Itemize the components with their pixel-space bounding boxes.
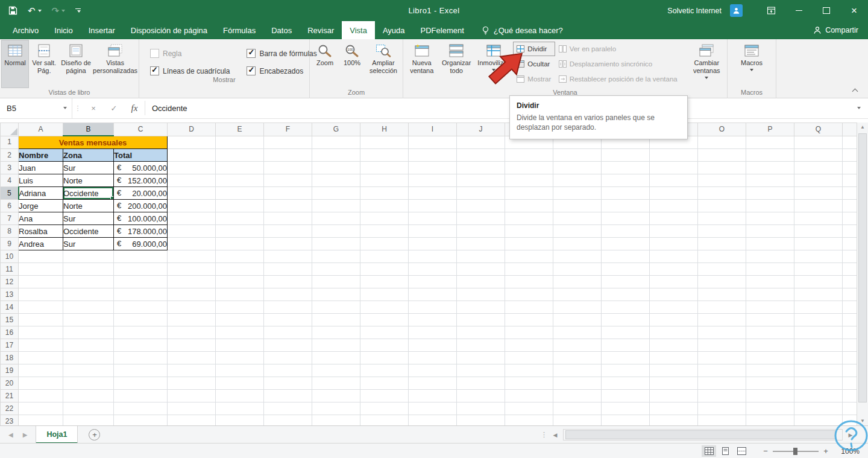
zoom-to-selection-button[interactable]: Ampliar selección xyxy=(365,40,401,88)
cell-H17[interactable] xyxy=(360,339,409,352)
cell-L17[interactable] xyxy=(553,339,602,352)
ribbon-tab-insertar[interactable]: Insertar xyxy=(81,21,123,39)
undo-button[interactable]: ↶ xyxy=(28,6,42,15)
cell-Q11[interactable] xyxy=(794,263,843,276)
cell-D11[interactable] xyxy=(168,263,216,276)
cell-O14[interactable] xyxy=(698,301,746,314)
cell-I15[interactable] xyxy=(409,314,457,326)
cell-G14[interactable] xyxy=(312,301,360,314)
cell-N9[interactable] xyxy=(650,238,698,250)
collapse-ribbon-icon[interactable] xyxy=(852,87,858,94)
cell-J18[interactable] xyxy=(457,352,505,364)
cell-N18[interactable] xyxy=(650,352,698,364)
cell-I1[interactable] xyxy=(409,136,457,149)
cell-F20[interactable] xyxy=(264,377,312,390)
cell-K22[interactable] xyxy=(505,402,553,415)
cell-clipped-13[interactable] xyxy=(843,288,858,301)
cell-D5[interactable] xyxy=(168,187,216,200)
row-header-7[interactable]: 7 xyxy=(1,212,19,225)
cell-A18[interactable] xyxy=(19,352,63,364)
cell-E7[interactable] xyxy=(216,212,264,225)
cell-I8[interactable] xyxy=(409,225,457,238)
cell-clipped-19[interactable] xyxy=(843,364,858,377)
cell-clipped-20[interactable] xyxy=(843,377,858,390)
cell-E4[interactable] xyxy=(216,174,264,187)
cell-E5[interactable] xyxy=(216,187,264,200)
cell-G15[interactable] xyxy=(312,314,360,326)
scroll-left-icon[interactable]: ◀ xyxy=(551,432,559,438)
cell-C16[interactable] xyxy=(114,326,168,339)
cell-F2[interactable] xyxy=(264,149,312,162)
normal-view-shortcut[interactable] xyxy=(702,445,716,457)
cell-B14[interactable] xyxy=(63,301,114,314)
ribbon-tab-datos[interactable]: Datos xyxy=(263,21,300,39)
cell-C10[interactable] xyxy=(114,250,168,263)
cell-P5[interactable] xyxy=(746,187,794,200)
cell-N19[interactable] xyxy=(650,364,698,377)
cell-A9[interactable]: Andrea xyxy=(19,238,63,250)
cell-Q18[interactable] xyxy=(794,352,843,364)
cell-clipped-22[interactable] xyxy=(843,402,858,415)
cell-clipped-10[interactable] xyxy=(843,250,858,263)
cell-L8[interactable] xyxy=(553,225,602,238)
switch-windows-button[interactable]: Cambiar ventanas xyxy=(688,40,726,88)
cell-Q6[interactable] xyxy=(794,200,843,212)
zoom-in-button[interactable]: + xyxy=(821,447,831,456)
cell-B12[interactable] xyxy=(63,276,114,288)
cell-G6[interactable] xyxy=(312,200,360,212)
cell-C9[interactable]: €69.000,00 xyxy=(114,238,168,250)
cell-J9[interactable] xyxy=(457,238,505,250)
cell-D15[interactable] xyxy=(168,314,216,326)
cell-J17[interactable] xyxy=(457,339,505,352)
cell-D12[interactable] xyxy=(168,276,216,288)
cell-C2[interactable]: Total xyxy=(114,149,168,162)
cell-C4[interactable]: €152.000,00 xyxy=(114,174,168,187)
cell-F9[interactable] xyxy=(264,238,312,250)
cell-E9[interactable] xyxy=(216,238,264,250)
cell-J5[interactable] xyxy=(457,187,505,200)
row-header-19[interactable]: 19 xyxy=(1,364,19,377)
col-header-C[interactable]: C xyxy=(114,123,168,136)
cell-clipped-16[interactable] xyxy=(843,326,858,339)
cell-B9[interactable]: Sur xyxy=(63,238,114,250)
cell-O1[interactable] xyxy=(698,136,746,149)
cell-J14[interactable] xyxy=(457,301,505,314)
cell-C3[interactable]: €50.000,00 xyxy=(114,162,168,174)
cell-A21[interactable] xyxy=(19,390,63,402)
cell-O22[interactable] xyxy=(698,402,746,415)
cell-L9[interactable] xyxy=(553,238,602,250)
cell-N2[interactable] xyxy=(650,149,698,162)
cell-clipped-14[interactable] xyxy=(843,301,858,314)
cell-O13[interactable] xyxy=(698,288,746,301)
cell-O19[interactable] xyxy=(698,364,746,377)
cell-H2[interactable] xyxy=(360,149,409,162)
cell-E14[interactable] xyxy=(216,301,264,314)
cell-clipped-8[interactable] xyxy=(843,225,858,238)
sheet-tab-hoja1[interactable]: Hoja1 xyxy=(36,426,78,444)
cell-M10[interactable] xyxy=(602,250,650,263)
cell-D13[interactable] xyxy=(168,288,216,301)
custom-views-button[interactable]: Vistas personalizadas xyxy=(93,40,137,88)
cell-M13[interactable] xyxy=(602,288,650,301)
cell-I19[interactable] xyxy=(409,364,457,377)
cell-L7[interactable] xyxy=(553,212,602,225)
cell-B22[interactable] xyxy=(63,402,114,415)
cell-N7[interactable] xyxy=(650,212,698,225)
cell-P13[interactable] xyxy=(746,288,794,301)
cell-D19[interactable] xyxy=(168,364,216,377)
cell-A22[interactable] xyxy=(19,402,63,415)
cell-O4[interactable] xyxy=(698,174,746,187)
cell-H5[interactable] xyxy=(360,187,409,200)
cell-G1[interactable] xyxy=(312,136,360,149)
cell-A4[interactable]: Luis xyxy=(19,174,63,187)
cell-K20[interactable] xyxy=(505,377,553,390)
arrange-all-button[interactable]: Organizar todo xyxy=(439,40,473,88)
cell-G12[interactable] xyxy=(312,276,360,288)
cell-clipped-1[interactable] xyxy=(843,136,858,149)
cell-Q12[interactable] xyxy=(794,276,843,288)
cell-I17[interactable] xyxy=(409,339,457,352)
confirm-entry-button[interactable]: ✓ xyxy=(104,98,124,118)
cell-M16[interactable] xyxy=(602,326,650,339)
col-header-H[interactable]: H xyxy=(360,123,409,136)
cell-L10[interactable] xyxy=(553,250,602,263)
